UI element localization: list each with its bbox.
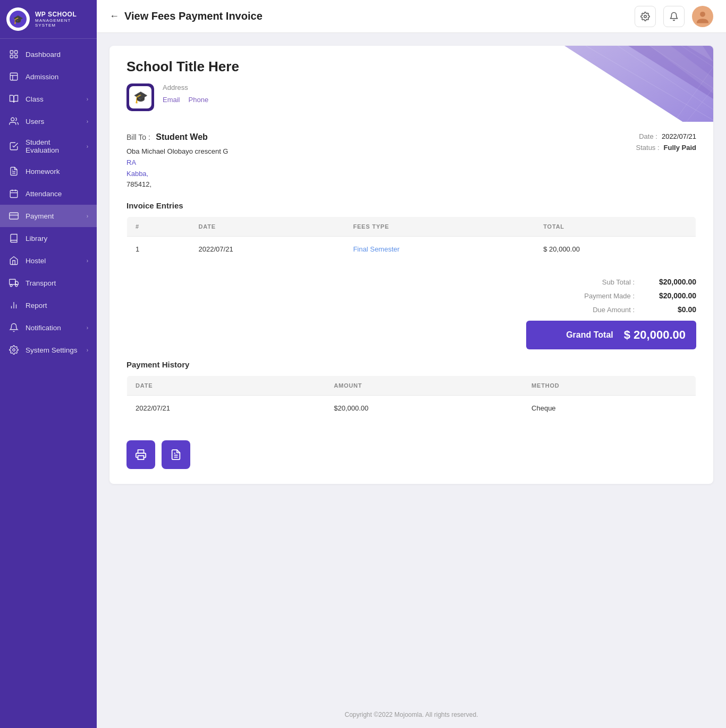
- entry-fees-type: Final Semester: [344, 237, 535, 262]
- action-buttons: [109, 434, 713, 484]
- table-row: 2022/07/21 $20,000.00 Cheque: [127, 396, 696, 421]
- school-contact: Address Email Phone: [163, 83, 208, 104]
- bill-address-line4: 785412,: [126, 179, 228, 190]
- sidebar-navigation: Dashboard Admission Class › Users › Stud…: [0, 39, 97, 728]
- sidebar-item-label-student-evaluation: Student Evaluation: [26, 138, 80, 154]
- chevron-right-icon: ›: [87, 213, 88, 219]
- svg-point-19: [10, 284, 12, 287]
- status-value: Fully Paid: [664, 144, 696, 152]
- school-contact-row: Email Phone: [163, 96, 208, 104]
- sidebar-item-dashboard[interactable]: Dashboard: [0, 43, 97, 65]
- sub-total-value: $20,000.00: [643, 278, 696, 286]
- bill-to-prefix: Bill To :: [126, 133, 150, 141]
- sidebar-item-label-notification: Notification: [26, 324, 80, 332]
- due-amount-row: Due Amount : $0.00: [526, 303, 696, 316]
- sidebar-item-label-payment: Payment: [26, 212, 80, 220]
- payment-table-body: 2022/07/21 $20,000.00 Cheque: [127, 396, 696, 421]
- notification-icon: [9, 322, 19, 333]
- sub-total-row: Sub Total : $20,000.00: [526, 275, 696, 289]
- invoice-table-header-row: # DATE FEES TYPE TOTAL: [127, 217, 696, 237]
- sidebar-item-class[interactable]: Class ›: [0, 88, 97, 110]
- print-button[interactable]: [126, 440, 155, 469]
- sidebar-item-label-attendance: Attendance: [26, 190, 88, 198]
- svg-point-20: [15, 284, 18, 287]
- admission-icon: [9, 71, 19, 82]
- payment-header-row: DATE AMOUNT METHOD: [127, 376, 696, 396]
- transport-icon: [9, 278, 19, 288]
- bill-to-block: Bill To : Student Web Oba Michael Olobay…: [126, 132, 228, 190]
- sidebar-item-label-system-settings: System Settings: [26, 346, 80, 354]
- page-title: View Fees Payment Invoice: [124, 10, 263, 22]
- fees-type-link[interactable]: Final Semester: [353, 245, 399, 253]
- school-email-link[interactable]: Email: [163, 96, 180, 104]
- sidebar-item-users[interactable]: Users ›: [0, 110, 97, 132]
- entry-total: $ 20,000.00: [535, 237, 696, 262]
- school-phone-link[interactable]: Phone: [189, 96, 209, 104]
- invoice-meta: Date : 2022/07/21 Status : Fully Paid: [636, 132, 696, 155]
- sidebar-item-report[interactable]: Report: [0, 294, 97, 316]
- school-title: School Title Here: [126, 58, 696, 75]
- bill-address-line1: Oba Michael Olobayo crescent G: [126, 146, 228, 157]
- sidebar-item-admission[interactable]: Admission: [0, 65, 97, 88]
- sidebar-item-label-hostel: Hostel: [26, 257, 80, 265]
- sidebar-item-label-users: Users: [26, 118, 80, 125]
- bill-to-name: Student Web: [156, 132, 207, 141]
- col-header-date: DATE: [190, 217, 345, 237]
- chevron-right-icon: ›: [87, 96, 88, 102]
- payment-method: Cheque: [523, 396, 696, 421]
- logo-icon: 🎓: [6, 7, 30, 31]
- sidebar-item-library[interactable]: Library: [0, 227, 97, 249]
- school-details: 🎓 Address Email Phone: [126, 83, 696, 111]
- bill-to-header: Bill To : Student Web: [126, 132, 228, 142]
- bill-address: Oba Michael Olobayo crescent G RA Kabba,…: [126, 146, 228, 190]
- page-footer: Copyright ©2022 Mojoomla. All rights res…: [97, 701, 726, 728]
- sidebar-item-notification[interactable]: Notification ›: [0, 316, 97, 339]
- pdf-button[interactable]: [162, 440, 190, 469]
- invoice-card: School Title Here 🎓 Address Email Phone: [109, 46, 713, 484]
- user-avatar-button[interactable]: [692, 6, 713, 27]
- chevron-right-icon: ›: [87, 119, 88, 124]
- sidebar-item-payment[interactable]: Payment ›: [0, 205, 97, 227]
- invoice-header: School Title Here 🎓 Address Email Phone: [109, 46, 713, 122]
- notification-bell-button[interactable]: [663, 6, 685, 27]
- invoice-date-row: Date : 2022/07/21: [636, 132, 696, 140]
- entry-num: 1: [127, 237, 190, 262]
- sidebar-item-student-evaluation[interactable]: Student Evaluation ›: [0, 132, 97, 160]
- settings-icon-button[interactable]: [635, 6, 656, 27]
- totals-table: Sub Total : $20,000.00 Payment Made : $2…: [526, 275, 696, 349]
- report-icon: [9, 300, 19, 311]
- sidebar-item-transport[interactable]: Transport: [0, 272, 97, 294]
- svg-rect-38: [138, 456, 144, 459]
- chevron-right-icon: ›: [87, 347, 88, 353]
- logo-subtitle: MANAGEMENT SYSTEM: [35, 18, 90, 28]
- bill-address-line3: Kabba,: [126, 169, 228, 180]
- hostel-icon: [9, 255, 19, 266]
- bill-address-line2: RA: [126, 157, 228, 169]
- sidebar-item-homework[interactable]: Homework: [0, 160, 97, 182]
- payment-history-title: Payment History: [126, 360, 696, 369]
- payment-made-row: Payment Made : $20,000.00: [526, 289, 696, 303]
- svg-rect-18: [10, 279, 15, 284]
- sidebar-item-label-class: Class: [26, 95, 80, 103]
- payment-date: 2022/07/21: [127, 396, 326, 421]
- sidebar-item-label-report: Report: [26, 302, 88, 309]
- sub-total-label: Sub Total :: [560, 278, 635, 286]
- totals-section: Sub Total : $20,000.00 Payment Made : $2…: [109, 275, 713, 360]
- attendance-icon: [9, 188, 19, 199]
- svg-rect-3: [15, 51, 18, 53]
- main-content: School Title Here 🎓 Address Email Phone: [97, 33, 726, 701]
- invoice-table-head: # DATE FEES TYPE TOTAL: [127, 217, 696, 237]
- sidebar-item-attendance[interactable]: Attendance: [0, 182, 97, 205]
- sidebar-item-system-settings[interactable]: System Settings ›: [0, 339, 97, 361]
- svg-rect-12: [10, 190, 18, 198]
- header-left: ← View Fees Payment Invoice: [109, 10, 263, 22]
- payment-made-value: $20,000.00: [643, 291, 696, 300]
- invoice-table-body: 1 2022/07/21 Final Semester $ 20,000.00: [127, 237, 696, 262]
- back-button[interactable]: ←: [109, 11, 119, 22]
- payment-history-section: Payment History DATE AMOUNT METHOD 2022/…: [109, 360, 713, 434]
- sidebar-item-label-admission: Admission: [26, 73, 88, 81]
- svg-point-24: [13, 349, 15, 352]
- chevron-right-icon: ›: [87, 325, 88, 331]
- svg-rect-4: [10, 55, 13, 58]
- sidebar-item-hostel[interactable]: Hostel ›: [0, 249, 97, 272]
